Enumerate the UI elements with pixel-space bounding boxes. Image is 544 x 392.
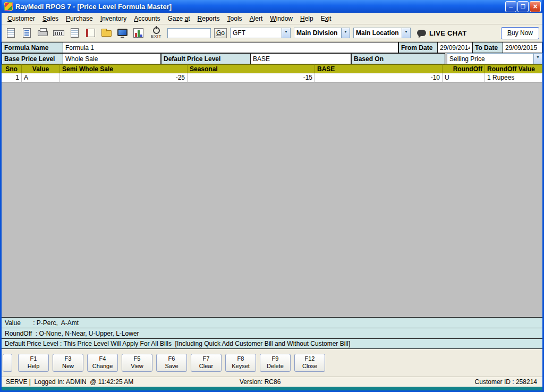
cell-sno: 1 <box>2 73 22 82</box>
chat-bubble-icon <box>417 30 426 36</box>
live-chat-button[interactable]: LIVE CHAT <box>417 29 466 37</box>
menu-help[interactable]: Help <box>296 13 317 24</box>
printer-icon[interactable] <box>37 27 49 39</box>
col-header-roundoff: RoundOff <box>443 64 485 73</box>
legend-roundoff: RoundOff : O-None, N-Near, U-Upper, L-Lo… <box>2 328 542 338</box>
division-select[interactable]: Main Division <box>294 28 350 38</box>
col-header-sno: Sno <box>2 64 22 73</box>
cell-roundoff: U <box>443 73 485 82</box>
cell-seasonal: -15 <box>188 73 315 82</box>
menu-inventory[interactable]: Inventory <box>97 13 130 24</box>
to-date-field[interactable] <box>503 42 542 53</box>
app-window: RayMedi RPOS 7 - [Price Level Formula Ma… <box>0 0 544 392</box>
form-row-2: Base Price Level Default Price Level Bas… <box>2 53 542 64</box>
f12-close-button[interactable]: F12 Close <box>294 354 325 372</box>
legend-value: Value : P-Perc, A-Amt <box>2 317 542 328</box>
chevron-down-icon[interactable] <box>341 28 350 38</box>
search-input[interactable] <box>167 28 211 38</box>
cell-base: -10 <box>315 73 443 82</box>
minimize-icon[interactable] <box>505 1 516 12</box>
col-header-value: Value <box>22 64 60 73</box>
f3-new-button[interactable]: F3 New <box>53 354 83 372</box>
f1-help-button[interactable]: F1 Help <box>18 354 49 372</box>
function-key-bar: F1 Help F3 New F4 Change F5 View F6 Save… <box>2 349 542 377</box>
f6-save-button[interactable]: F6 Save <box>156 354 187 372</box>
chevron-down-icon[interactable] <box>402 28 410 38</box>
journal-icon[interactable] <box>69 27 81 39</box>
restore-icon[interactable] <box>517 1 529 12</box>
menu-sales[interactable]: Sales <box>39 13 62 24</box>
keyboard-icon[interactable] <box>53 27 65 39</box>
status-bar: SERVE | Logged In: ADMIN @ 11:42:25 AM V… <box>2 377 542 387</box>
col-header-semi-whole-sale: Semi Whole Sale <box>60 64 188 73</box>
base-price-level-field[interactable] <box>63 53 161 64</box>
to-date-label: To Date <box>472 42 503 53</box>
window-title: RayMedi RPOS 7 - [Price Level Formula Ma… <box>15 3 504 11</box>
chevron-down-icon[interactable] <box>533 54 542 64</box>
menu-accounts[interactable]: Accounts <box>130 13 164 24</box>
billing-icon[interactable] <box>5 27 18 39</box>
folder-icon[interactable] <box>100 27 113 39</box>
status-customer-id: Customer ID : 258214 <box>475 378 537 386</box>
col-header-seasonal: Seasonal <box>188 64 315 73</box>
default-price-level-label: Default Price Level <box>161 53 250 64</box>
formula-name-label: Formula Name <box>2 42 63 53</box>
ledger-icon[interactable] <box>84 27 97 39</box>
cell-roundoff-value: 1 Rupees <box>485 73 542 82</box>
bottom-strip <box>2 387 542 390</box>
menu-window[interactable]: Window <box>266 13 296 24</box>
status-logged-in: SERVE | Logged In: ADMIN @ 11:42:25 AM <box>6 378 133 386</box>
monitor-icon[interactable] <box>116 27 129 39</box>
f5-view-button[interactable]: F5 View <box>122 354 152 372</box>
grid-header-row: Sno Value Semi Whole Sale Seasonal BASE … <box>2 64 542 73</box>
menu-tools[interactable]: Tools <box>224 13 246 24</box>
close-icon[interactable] <box>530 1 541 12</box>
company-select[interactable]: GFT <box>230 28 291 38</box>
exit-icon[interactable]: EXIT <box>148 27 164 39</box>
formula-name-field[interactable] <box>63 42 398 53</box>
f4-change-button[interactable]: F4 Change <box>87 354 118 372</box>
from-date-label: From Date <box>398 42 437 53</box>
price-level-grid: Sno Value Semi Whole Sale Seasonal BASE … <box>2 64 542 82</box>
go-button[interactable]: Go <box>214 28 227 38</box>
based-on-select[interactable]: Selling Price <box>447 53 542 64</box>
table-row[interactable]: 1 A -25 -15 -10 U 1 Rupees <box>2 73 542 82</box>
menu-gaze-at[interactable]: Gaze at <box>164 13 194 24</box>
chart-icon[interactable] <box>132 27 145 39</box>
base-price-level-label: Base Price Level <box>2 53 63 64</box>
buy-now-button[interactable]: Buy Now <box>501 27 539 39</box>
cell-semi-whole-sale: -25 <box>60 73 188 82</box>
workspace-area <box>2 82 542 317</box>
status-version: Version: RC86 <box>240 378 280 386</box>
f7-clear-button[interactable]: F7 Clear <box>191 354 222 372</box>
col-header-roundoff-value: RoundOff Value <box>485 64 542 73</box>
legend-default-price-level: Default Price Level : This Price Level W… <box>2 338 542 349</box>
app-icon <box>4 2 13 11</box>
default-price-level-field[interactable] <box>250 53 351 64</box>
blank-key-button[interactable] <box>3 354 12 372</box>
based-on-label: Based On <box>351 53 445 64</box>
f8-keyset-button[interactable]: F8 Keyset <box>225 354 256 372</box>
chevron-down-icon[interactable] <box>282 28 290 38</box>
menu-purchase[interactable]: Purchase <box>62 13 97 24</box>
location-select[interactable]: Main Location <box>353 28 411 38</box>
menu-exit[interactable]: Exit <box>317 13 335 24</box>
cell-value: A <box>22 73 60 82</box>
menu-bar: Customer Sales Purchase Inventory Accoun… <box>2 13 542 24</box>
f9-delete-button[interactable]: F9 Delete <box>260 354 291 372</box>
menu-customer[interactable]: Customer <box>4 13 39 24</box>
from-date-field[interactable] <box>437 42 472 53</box>
invoice-icon[interactable] <box>21 27 33 39</box>
title-bar: RayMedi RPOS 7 - [Price Level Formula Ma… <box>2 0 542 13</box>
menu-alert[interactable]: Alert <box>246 13 267 24</box>
form-row-1: Formula Name From Date To Date <box>2 42 542 53</box>
col-header-base: BASE <box>315 64 443 73</box>
toolbar: EXIT Go GFT Main Division Main Location … <box>2 24 542 42</box>
menu-reports[interactable]: Reports <box>194 13 224 24</box>
